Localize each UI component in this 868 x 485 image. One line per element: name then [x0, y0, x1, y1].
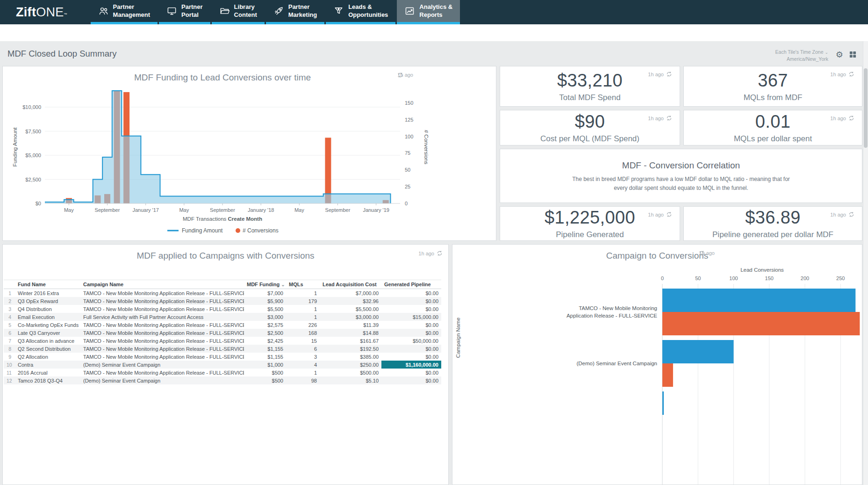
tile-age: 1h ago [648, 211, 672, 217]
mqls-cell: 1 [286, 369, 320, 376]
table-row[interactable]: 2Q3 OpEx RewardTAMCO - New Mobile Monito… [4, 297, 441, 305]
table-row[interactable]: 6Late Q3 CarryoverTAMCO - New Mobile Mon… [4, 329, 441, 337]
mdf-funding-cell: $2,425 [244, 337, 286, 345]
lead-acquisition-cost-cell: $3,000.00 [320, 313, 381, 321]
page-title: MDF Closed Loop Summary [7, 49, 116, 59]
row-number: 11 [4, 369, 15, 376]
nav-item-partner-marketing[interactable]: PartnerMarketing [266, 0, 324, 24]
bar-blue[interactable] [662, 340, 734, 363]
bar-orange[interactable] [662, 312, 860, 335]
svg-text:50: 50 [695, 275, 701, 281]
x-axis-title: Lead Conversions [740, 267, 784, 273]
lead-acquisition-cost-cell: $250.00 [320, 361, 381, 369]
scrollbar-thumb[interactable] [864, 68, 868, 148]
generated-pipeline-cell: $0.00 [381, 289, 441, 297]
campaign-name-cell: TAMCO - New Mobile Monitoring Applicatio… [80, 305, 244, 313]
tile-age: 1h ago [648, 115, 672, 121]
column-header-mqls[interactable]: MQLs [286, 280, 320, 289]
column-header-generated-pipeline[interactable]: Generated Pipeline [381, 280, 441, 289]
nav-item-analytics-reports[interactable]: Analytics &Reports [397, 0, 460, 24]
campaign-name-cell: TAMCO - New Mobile Monitoring Applicatio… [80, 353, 244, 361]
bar-orange[interactable] [662, 363, 673, 387]
campaign-name-cell: TAMCO - New Mobile Monitoring Applicatio… [80, 337, 244, 345]
svg-text:0: 0 [661, 275, 664, 281]
tile-age: 1h ago [830, 211, 854, 217]
tile-mdf-campaigns-table: MDF applied to Campaigns with Conversion… [2, 244, 449, 485]
row-number: 8 [4, 345, 15, 353]
table-row[interactable]: 5Co-Marketing OpEx FundsTAMCO - New Mobi… [4, 321, 441, 329]
table-row[interactable]: 3Q4 DistributionTAMCO - New Mobile Monit… [4, 305, 441, 313]
row-number: 3 [4, 305, 15, 313]
dashboard-grid-icon[interactable] [849, 51, 856, 60]
row-number: 6 [4, 329, 15, 337]
refresh-icon [666, 211, 672, 217]
dashboard-area: MDF Closed Loop Summary Each Tile's Time… [0, 41, 863, 485]
bar-blue[interactable] [662, 391, 664, 415]
refresh-icon [437, 250, 443, 256]
page-scrollbar[interactable] [863, 41, 868, 485]
mdf-funding-cell: $1,155 [244, 345, 286, 353]
table-row[interactable]: 9Q2 AllocationTAMCO - New Mobile Monitor… [4, 353, 441, 361]
table-row[interactable]: 1Winter 2016 ExtraTAMCO - New Mobile Mon… [4, 289, 441, 297]
ziftone-logo[interactable]: ZiftONE™ [0, 0, 86, 24]
kpi-tile-mqls-from-mdf: 1h ago367MQLs from MDF [683, 66, 862, 107]
lead-acquisition-cost-cell: $7,000.00 [320, 289, 381, 297]
table-row[interactable]: 112016 AccrualTAMCO - New Mobile Monitor… [4, 369, 441, 376]
nav-item-label: Leads &Opportunities [348, 3, 388, 19]
kpi-label: Pipeline Generated [556, 230, 624, 239]
mqls-cell: 1 [286, 305, 320, 313]
svg-text:TAMCO - New Mobile Monitoring: TAMCO - New Mobile Monitoring [579, 305, 657, 311]
mqls-cell: 226 [286, 321, 320, 329]
nav-item-leads-opportunities[interactable]: Leads &Opportunities [326, 0, 395, 24]
table-row[interactable]: 12Tamco 2018 Q3-Q4(Demo) Seminar Event C… [4, 376, 441, 384]
nav-item-partner-management[interactable]: PartnerManagement [91, 0, 158, 24]
svg-text:May: May [64, 207, 74, 213]
kpi-value: $33,210 [557, 71, 623, 91]
mqls-cell: 1 [286, 289, 320, 297]
bars[interactable] [662, 289, 860, 415]
table-row[interactable]: 7Q3 Allocation in advanceTAMCO - New Mob… [4, 337, 441, 345]
kpi-tile-cost-per-mql-mdf-spend: 1h ago$90Cost per MQL (MDF Spend) [500, 110, 680, 145]
mdf-funding-cell: $7,000 [244, 289, 286, 297]
nav-item-label: PartnerPortal [181, 3, 203, 19]
column-header-campaign-name[interactable]: Campaign Name [80, 280, 244, 289]
svg-text:$5,000: $5,000 [25, 152, 41, 158]
kpi-value: $36.89 [745, 208, 801, 228]
nav-item-library-content[interactable]: LibraryContent [212, 0, 265, 24]
lead-acquisition-cost-cell: $192.50 [320, 345, 381, 353]
generated-pipeline-cell: $15,000.00 [381, 313, 441, 321]
refresh-icon [848, 115, 854, 121]
bar-blue[interactable] [662, 289, 855, 312]
tile-age: 1h ago [830, 115, 854, 121]
generated-pipeline-cell: $0.00 [381, 376, 441, 384]
lead-acquisition-cost-cell: $500.00 [320, 369, 381, 376]
trademark-symbol: ™ [64, 13, 67, 16]
mqls-cell: 98 [286, 376, 320, 384]
generated-pipeline-cell: $0.00 [381, 321, 441, 329]
svg-text:50: 50 [405, 167, 410, 173]
fund-name-cell: Email Execution [15, 313, 80, 321]
campaign-name-cell: TAMCO - New Mobile Monitoring Applicatio… [80, 369, 244, 376]
gear-icon[interactable]: ⚙ [836, 50, 843, 60]
mdf-funding-conversions-chart: MaySeptemberJanuary '17MaySeptemberJanua… [3, 66, 496, 241]
generated-pipeline-cell: $50,000.00 [381, 337, 441, 345]
y-axis-left: $0$2,500$5,000$7,500$10,000 [22, 104, 41, 206]
generated-pipeline-cell: $1,160,000.00 [381, 361, 441, 369]
column-header-fund-name[interactable]: Fund Name [15, 280, 80, 289]
column-header-lead-acquisition-cost[interactable]: Lead Acquisition Cost [320, 280, 381, 289]
table-row[interactable]: 10Contra(Demo) Seminar Event Campaign$1,… [4, 361, 441, 369]
mqls-cell: 179 [286, 297, 320, 305]
refresh-icon [848, 211, 854, 217]
column-header-mdf-funding[interactable]: MDF Funding⌄ [244, 280, 286, 289]
svg-text:250: 250 [836, 275, 845, 281]
timezone-selector[interactable]: Each Tile's Time Zone ⌄ America/New_York [775, 49, 828, 62]
table-row[interactable]: 4Email ExecutionFull Service Activity wi… [4, 313, 441, 321]
nav-item-label: Analytics &Reports [419, 3, 452, 19]
svg-text:75: 75 [405, 150, 410, 156]
table-row[interactable]: 8Q2 Second DistributionTAMCO - New Mobil… [4, 345, 441, 353]
fund-name-cell: Q2 Second Distribution [15, 345, 80, 353]
generated-pipeline-cell: $0.00 [381, 297, 441, 305]
row-number: 4 [4, 313, 15, 321]
nav-item-partner-portal[interactable]: PartnerPortal [159, 0, 210, 24]
kpi-tile-mqls-per-dollar-spent: 1h ago0.01MQLs per dollar spent [683, 110, 862, 145]
